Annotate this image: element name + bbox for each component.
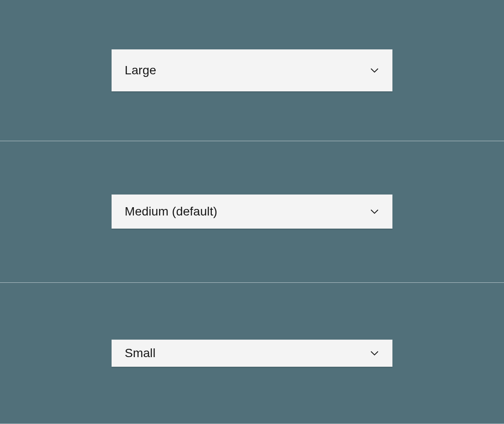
chevron-down-icon bbox=[369, 348, 380, 359]
dropdown-small[interactable]: Small bbox=[112, 340, 392, 367]
dropdown-small-label: Small bbox=[125, 346, 156, 360]
panel-medium: Medium (default) bbox=[0, 141, 504, 282]
dropdown-large[interactable]: Large bbox=[112, 49, 392, 91]
panel-small: Small bbox=[0, 283, 504, 424]
dropdown-medium-label: Medium (default) bbox=[125, 205, 217, 219]
chevron-down-icon bbox=[369, 65, 380, 76]
chevron-down-icon bbox=[369, 206, 380, 217]
panel-large: Large bbox=[0, 0, 504, 141]
dropdown-medium[interactable]: Medium (default) bbox=[112, 195, 392, 229]
dropdown-large-label: Large bbox=[125, 63, 156, 77]
